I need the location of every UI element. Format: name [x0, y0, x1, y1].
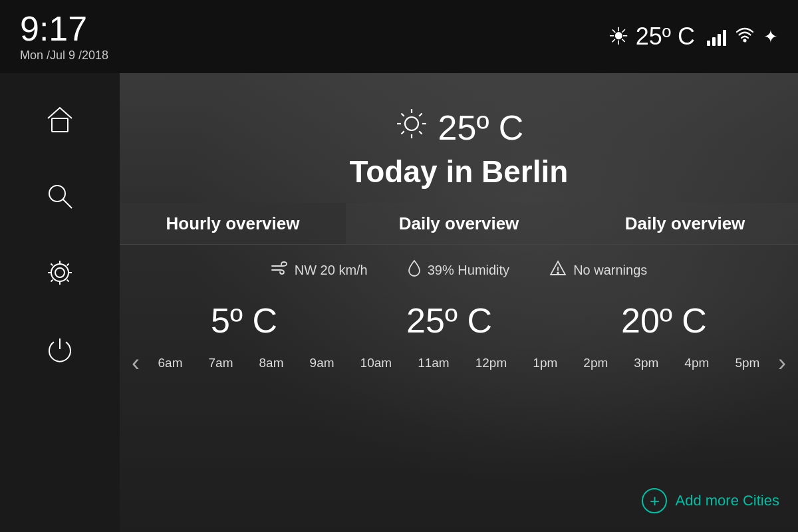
bluetooth-icon: ✦: [763, 27, 778, 47]
hour-item: 7am: [209, 356, 233, 370]
sun-icon: ☀: [608, 23, 629, 51]
svg-line-13: [419, 114, 422, 116]
signal-bar-1: [707, 41, 710, 46]
hour-item: 11am: [418, 356, 450, 370]
hour-item: 3pm: [634, 356, 658, 370]
sidebar: [0, 73, 120, 532]
sidebar-item-settings[interactable]: [40, 253, 80, 293]
hour-item: 9am: [310, 356, 334, 370]
wifi-icon: [735, 27, 754, 47]
hero-temperature: 25º C: [438, 108, 524, 148]
wind-value: NW 20 km/h: [295, 263, 368, 278]
timeline-hours: 6am7am8am9am10am11am12pm1pm2pm3pm4pm5pm: [145, 356, 773, 370]
status-icons: ✦: [707, 27, 778, 47]
status-weather: ☀ 25º C: [608, 23, 695, 51]
signal-bar-4: [723, 30, 726, 46]
tab-hourly[interactable]: Hourly overview: [120, 203, 346, 244]
plus-icon: +: [650, 491, 660, 511]
hour-item: 8am: [259, 356, 284, 370]
svg-line-3: [63, 200, 72, 208]
hero-sun-icon: [394, 106, 429, 148]
signal-bar-3: [718, 34, 721, 46]
hour-item: 10am: [360, 356, 392, 370]
hour-item: 1pm: [533, 356, 557, 370]
temperature-overview: 5º C 25º C 20º C: [120, 287, 798, 344]
temp-high: 20º C: [621, 301, 707, 340]
svg-point-0: [744, 40, 746, 42]
svg-point-18: [557, 273, 559, 274]
content-area: 25º C Today in Berlin Hourly overview Da…: [120, 73, 798, 532]
hero-weather: 25º C: [120, 106, 798, 148]
power-icon: [44, 333, 76, 365]
home-icon: [44, 104, 76, 136]
svg-point-5: [51, 264, 68, 281]
tab-daily-2[interactable]: Daily overview: [572, 203, 798, 244]
warnings-value: No warnings: [573, 263, 647, 278]
hour-item: 6am: [158, 356, 183, 370]
signal-bar-2: [712, 37, 716, 46]
warnings-detail: No warnings: [549, 260, 647, 280]
tab-daily-1[interactable]: Daily overview: [346, 203, 572, 244]
main-layout: 25º C Today in Berlin Hourly overview Da…: [0, 73, 798, 532]
status-bar: 9:17 Mon /Jul 9 /2018 ☀ 25º C ✦: [0, 0, 798, 73]
svg-line-11: [401, 114, 404, 116]
status-temperature: 25º C: [636, 23, 695, 51]
hour-item: 2pm: [583, 356, 608, 370]
hour-item: 12pm: [475, 356, 507, 370]
details-row: NW 20 km/h 39% Humidity: [120, 245, 798, 287]
add-cities-icon: +: [642, 488, 667, 513]
svg-point-6: [405, 117, 418, 130]
settings-icon: [44, 257, 76, 289]
timeline-section: ‹ 6am7am8am9am10am11am12pm1pm2pm3pm4pm5p…: [120, 344, 798, 377]
sidebar-item-power[interactable]: [40, 329, 80, 369]
humidity-value: 39% Humidity: [428, 263, 509, 278]
tabs-bar: Hourly overview Daily overview Daily ove…: [120, 203, 798, 245]
humidity-detail: 39% Humidity: [408, 259, 509, 281]
time-block: 9:17 Mon /Jul 9 /2018: [20, 11, 108, 63]
svg-point-4: [55, 268, 65, 277]
date-display: Mon /Jul 9 /2018: [20, 49, 108, 63]
temp-low: 5º C: [211, 301, 277, 340]
hero-section: 25º C Today in Berlin: [120, 73, 798, 203]
timeline-next-button[interactable]: ›: [773, 349, 791, 377]
time-display: 9:17: [20, 11, 108, 46]
humidity-icon: [408, 259, 421, 281]
svg-line-14: [401, 131, 404, 134]
add-cities-button[interactable]: + Add more Cities: [642, 488, 779, 513]
temp-current: 25º C: [406, 301, 492, 340]
hero-city: Today in Berlin: [120, 154, 798, 190]
sidebar-item-home[interactable]: [40, 100, 80, 140]
sidebar-item-search[interactable]: [40, 176, 80, 216]
warning-icon: [549, 260, 567, 280]
svg-rect-1: [52, 118, 68, 132]
status-right: ☀ 25º C ✦: [608, 23, 778, 51]
timeline-prev-button[interactable]: ‹: [126, 349, 145, 377]
wind-detail: NW 20 km/h: [271, 261, 368, 279]
svg-line-12: [419, 131, 422, 134]
search-icon: [44, 180, 76, 212]
wind-icon: [271, 261, 288, 279]
hour-item: 5pm: [735, 356, 759, 370]
hour-item: 4pm: [684, 356, 709, 370]
svg-point-2: [49, 186, 65, 201]
signal-bars-icon: [707, 27, 726, 46]
add-cities-label: Add more Cities: [675, 492, 779, 509]
